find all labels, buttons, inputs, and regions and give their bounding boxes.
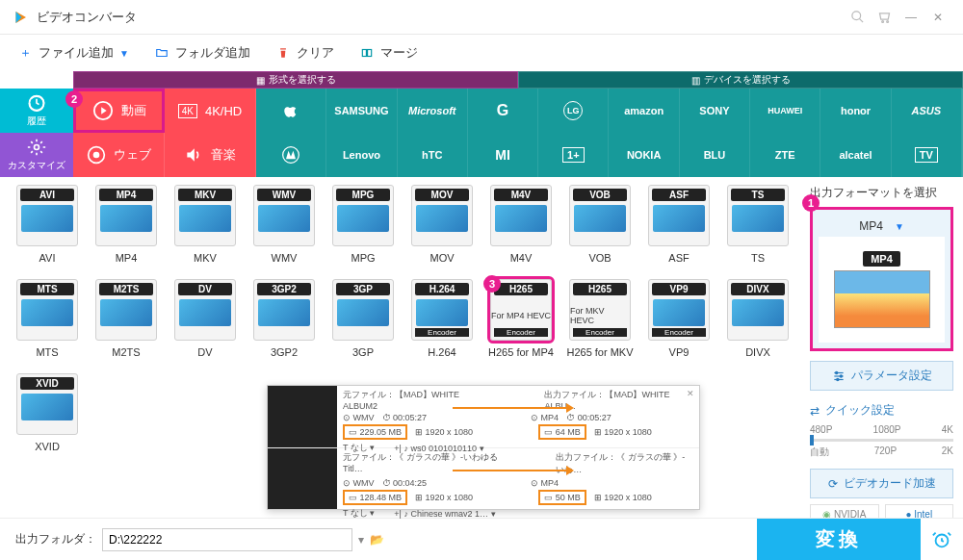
alarm-icon[interactable] (921, 519, 963, 561)
category-rows: 動画 4K 4K/HD SAMSUNG Microsoft G LG amazo… (73, 89, 963, 177)
size-out-box: ▭ 50 MB (538, 490, 586, 505)
gpu-icon: ⟳ (828, 477, 838, 491)
brand-apple[interactable] (256, 89, 326, 133)
clear-label: クリア (297, 44, 334, 62)
brand-row-1: SAMSUNG Microsoft G LG amazon SONY HUAWE… (256, 89, 963, 133)
motorola-icon (281, 145, 300, 165)
format-dv[interactable]: DVDV (168, 279, 243, 371)
format-m2ts[interactable]: M2TSM2TS (89, 279, 164, 371)
format-h.264[interactable]: H.264EncoderH.264 (404, 279, 480, 371)
brand-honor[interactable]: honor (820, 89, 891, 133)
format-mts[interactable]: MTSMTS (10, 279, 85, 371)
format-3gp2[interactable]: 3GP23GP2 (247, 279, 322, 371)
brand-htc[interactable]: hTC (398, 133, 468, 177)
brand-sony[interactable]: SONY (680, 89, 750, 133)
brand-nokia[interactable]: NOKIA (609, 133, 679, 177)
close-icon[interactable]: ✕ (924, 4, 951, 31)
brand-samsung[interactable]: SAMSUNG (326, 89, 397, 133)
tab-device[interactable]: ▥デバイスを選択する (518, 71, 963, 89)
cart-icon[interactable] (871, 4, 898, 31)
format-avi[interactable]: AVIAVI (10, 185, 85, 277)
brand-tv[interactable]: TV (892, 133, 962, 177)
add-folder-button[interactable]: フォルダ追加 (154, 44, 250, 62)
bottom-bar: 出力フォルダ： ▾ 📂 変換 (0, 518, 963, 560)
brand-alcatel[interactable]: alcatel (820, 133, 891, 177)
step-badge-3: 3 (483, 275, 501, 293)
brand-google[interactable]: G (468, 89, 538, 133)
format-asf[interactable]: ASFASF (641, 185, 716, 277)
brand-zte[interactable]: ZTE (750, 133, 820, 177)
output-folder-input[interactable] (102, 528, 352, 551)
size-in-box: ▭ 128.48 MB (343, 490, 407, 505)
minimize-icon[interactable]: — (898, 4, 924, 31)
gpu-accel-button[interactable]: ⟳ ビデオカード加速 (810, 469, 953, 498)
category-tabs: ▦形式を選択する ▥デバイスを選択する (73, 71, 963, 89)
chevron-down-icon: ▼ (119, 48, 129, 59)
format-ts[interactable]: TSTS (720, 185, 795, 277)
svg-point-19 (840, 374, 842, 376)
search-icon[interactable] (844, 4, 871, 31)
format-h265-for-mkv[interactable]: H265For MKV HEVCEncoderH265 for MKV (562, 279, 638, 371)
format-m4v[interactable]: M4VM4V (483, 185, 559, 277)
format-mp4[interactable]: MP4MP4 (89, 185, 164, 277)
format-wmv[interactable]: WMVWMV (247, 185, 322, 277)
overlay-row-2: 元ファイル：《 ガラスの華 》-いわゆるTitl… 出力ファイル：《 ガラスの華… (268, 447, 699, 509)
brand-lenovo[interactable]: Lenovo (326, 133, 397, 177)
arrow-icon (453, 407, 568, 409)
trash-icon (275, 45, 291, 61)
convert-button[interactable]: 変換 (757, 519, 921, 561)
output-format-selector[interactable]: MP4 ▼ (819, 216, 945, 237)
svg-point-14 (283, 147, 299, 164)
brand-huawei[interactable]: HUAWEI (750, 89, 820, 133)
format-mkv[interactable]: MKVMKV (168, 185, 243, 277)
cat-4k[interactable]: 4K 4K/HD (165, 89, 256, 133)
format-mov[interactable]: MOVMOV (404, 185, 480, 277)
clear-button[interactable]: クリア (275, 44, 334, 62)
parameter-settings-button[interactable]: パラメータ設定 (810, 361, 953, 391)
svg-rect-7 (367, 50, 371, 57)
format-mpg[interactable]: MPGMPG (325, 185, 401, 277)
format-divx[interactable]: DIVXDIVX (720, 279, 795, 371)
left-nav: 履歴 カスタマイズ (0, 89, 73, 177)
svg-point-9 (35, 145, 39, 150)
format-3gp[interactable]: 3GP3GP (325, 279, 401, 371)
quick-settings: ⇄クイック設定 480P1080P4K 自動720P2K (810, 402, 953, 459)
svg-point-4 (881, 21, 883, 23)
format-h265-for-mp4[interactable]: H265For MP4 HEVCEncoderH265 for MP4 (483, 279, 559, 371)
chevron-down-icon[interactable]: ▾ (358, 533, 364, 547)
brand-oneplus[interactable]: 1+ (538, 133, 609, 177)
format-vob[interactable]: VOBVOB (562, 185, 638, 277)
nav-customize[interactable]: カスタマイズ (0, 133, 73, 177)
brand-asus[interactable]: ASUS (892, 89, 962, 133)
cat-audio[interactable]: 音楽 (165, 133, 256, 177)
sliders-icon (832, 369, 846, 383)
plus-icon: ＋ (17, 45, 33, 61)
resolution-slider[interactable] (810, 439, 953, 442)
brand-row-2: Lenovo hTC MI 1+ NOKIA BLU ZTE alcatel T… (256, 133, 963, 177)
folder-open-icon[interactable]: 📂 (370, 533, 384, 547)
cat-web[interactable]: ウェブ (73, 133, 165, 177)
merge-label: マージ (380, 44, 418, 62)
cat-video[interactable]: 動画 (73, 89, 165, 133)
add-folder-label: フォルダ追加 (175, 44, 250, 62)
tab-format[interactable]: ▦形式を選択する (73, 71, 518, 89)
gear-icon (27, 138, 46, 157)
svg-point-2 (851, 12, 860, 20)
step-badge-2: 2 (65, 90, 83, 108)
merge-icon (359, 45, 375, 61)
brand-microsoft[interactable]: Microsoft (398, 89, 468, 133)
brand-lg[interactable]: LG (538, 89, 609, 133)
format-xvid[interactable]: XVIDXVID (10, 373, 85, 466)
play-icon (92, 100, 114, 121)
brand-motorola[interactable] (256, 133, 326, 177)
nav-history[interactable]: 履歴 (0, 89, 73, 133)
format-vp9[interactable]: VP9EncoderVP9 (641, 279, 716, 371)
brand-blu[interactable]: BLU (680, 133, 750, 177)
app-logo-icon (12, 9, 29, 26)
brand-xiaomi[interactable]: MI (468, 133, 538, 177)
add-file-label: ファイル追加 (39, 44, 114, 62)
arrow-icon (453, 470, 568, 471)
merge-button[interactable]: マージ (359, 44, 418, 62)
add-file-button[interactable]: ＋ ファイル追加 ▼ (17, 44, 129, 62)
brand-amazon[interactable]: amazon (609, 89, 679, 133)
